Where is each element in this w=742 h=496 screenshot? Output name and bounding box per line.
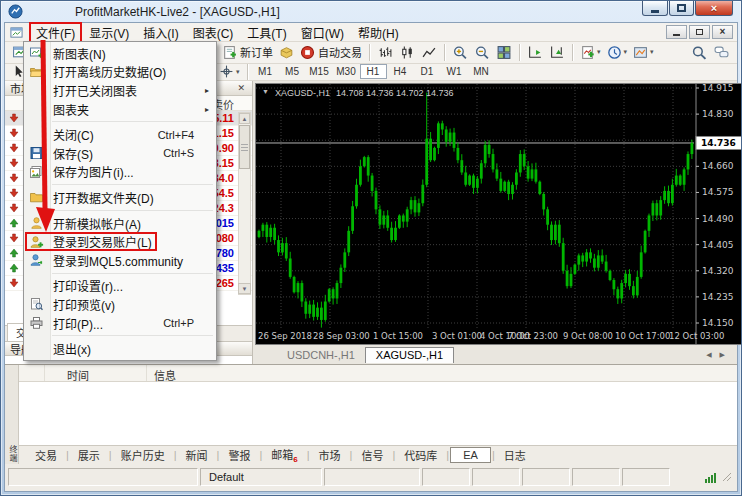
- tab-scroll-right-icon[interactable]: ▶: [720, 351, 725, 359]
- tick-down-icon: [9, 188, 19, 198]
- mdi-restore-button[interactable]: [689, 25, 710, 39]
- menu-separator: [52, 273, 213, 274]
- file-menu-item[interactable]: 打开已关闭图表▸: [24, 81, 216, 100]
- file-menu-item[interactable]: 新图表(N): [24, 44, 216, 63]
- file-menu-item[interactable]: 关闭(C)Ctrl+F4: [24, 125, 216, 144]
- zoom-out-button[interactable]: [471, 42, 493, 62]
- file-menu-item[interactable]: 登录到交易账户(L): [24, 232, 216, 251]
- toolbar-separator: [572, 44, 573, 61]
- new-order-button[interactable]: 新订单: [219, 42, 276, 62]
- tick-down-icon: [9, 203, 19, 213]
- file-menu-item[interactable]: 打印预览(v): [24, 295, 216, 314]
- terminal-side-label[interactable]: 终端: [7, 445, 18, 463]
- timeframe-h1[interactable]: H1: [360, 64, 387, 79]
- file-menu-item[interactable]: 图表夹▸: [24, 100, 216, 119]
- periods-button[interactable]: ▾: [604, 42, 631, 62]
- chart-tab-xagusd-h1[interactable]: XAGUSD-,H1: [365, 347, 454, 363]
- indicators-button[interactable]: ▾: [577, 42, 604, 62]
- file-menu-item[interactable]: 打印(P)...Ctrl+P: [24, 314, 216, 333]
- scroll-down-icon[interactable]: ▼: [238, 283, 251, 294]
- templates-button[interactable]: ▾: [630, 42, 657, 62]
- terminal-tab[interactable]: EA: [450, 447, 491, 463]
- timeframe-m5[interactable]: M5: [279, 64, 306, 79]
- status-cell: [472, 468, 520, 486]
- terminal-tab[interactable]: 邮箱6: [263, 445, 305, 465]
- terminal-tab[interactable]: 日志: [496, 446, 534, 464]
- tick-down-icon: [9, 143, 19, 153]
- svg-text:1 Oct 15:00: 1 Oct 15:00: [373, 331, 423, 341]
- chart-ohlc-header: ▼ XAGUSD-,H1 14.708 14.736 14.702 14.736: [262, 88, 454, 98]
- file-menu-item-label: 图表夹: [53, 101, 89, 118]
- mdi-close-button[interactable]: ×: [712, 25, 733, 39]
- svg-text:3 Oct 01:00: 3 Oct 01:00: [432, 331, 482, 341]
- tick-down-icon: [9, 233, 19, 243]
- chart-menu-icon[interactable]: ▼: [262, 88, 269, 98]
- timeframe-m15[interactable]: M15: [306, 64, 333, 79]
- timeframe-mn[interactable]: MN: [468, 64, 495, 79]
- menu-insert[interactable]: 插入(I): [137, 23, 184, 42]
- market-watch-scrollbar[interactable]: ▲ ▼: [238, 112, 251, 295]
- menu-view[interactable]: 显示(V): [83, 23, 135, 42]
- menu-shortcut: Ctrl+F4: [158, 129, 216, 141]
- timeframe-d1[interactable]: D1: [414, 64, 441, 79]
- chart-frame: ▼ XAGUSD-,H1 14.708 14.736 14.702 14.736…: [255, 83, 742, 345]
- file-menu-item[interactable]: 保存(S)Ctrl+S: [24, 144, 216, 163]
- mdi-minimize-button[interactable]: [666, 25, 687, 39]
- terminal-tab[interactable]: 代码库: [396, 446, 445, 464]
- chat-button[interactable]: [710, 42, 733, 62]
- mql5-market-button[interactable]: [276, 42, 297, 62]
- terminal-tab[interactable]: 账户历史: [113, 446, 173, 464]
- file-menu-item[interactable]: 退出(x): [24, 339, 216, 358]
- bar-chart-button[interactable]: [374, 42, 396, 62]
- auto-scroll-button[interactable]: [524, 42, 546, 62]
- file-menu-item[interactable]: 打开数据文件夹(D): [24, 188, 216, 207]
- chart-tab-usdcnh-h1[interactable]: USDCNH-,H1: [277, 348, 365, 363]
- maximize-button[interactable]: [669, 1, 694, 16]
- file-menu-item[interactable]: 打印设置(r)...: [24, 277, 216, 296]
- timeframe-m1[interactable]: M1: [252, 64, 279, 79]
- file-menu-item[interactable]: 开新模拟帐户(A): [24, 214, 216, 233]
- status-cell: [522, 468, 570, 486]
- menu-separator: [52, 184, 213, 185]
- image-icon: [29, 165, 45, 179]
- candlestick-chart-button[interactable]: [396, 42, 418, 62]
- timeframe-m30[interactable]: M30: [333, 64, 360, 79]
- candlestick-chart[interactable]: 14.91514.83014.74514.66014.57514.49014.4…: [256, 84, 742, 344]
- status-cell: [422, 468, 470, 486]
- line-studies-button[interactable]: ▾: [216, 64, 243, 81]
- search-button[interactable]: [688, 42, 710, 62]
- close-button[interactable]: ×: [695, 1, 733, 16]
- scroll-up-icon[interactable]: ▲: [239, 113, 250, 124]
- menu-help[interactable]: 帮助(H): [352, 23, 405, 42]
- line-chart-button[interactable]: [418, 42, 440, 62]
- tab-scroll-left-icon[interactable]: ◀: [706, 351, 711, 359]
- save-icon: [29, 146, 45, 160]
- zoom-in-button[interactable]: [449, 42, 471, 62]
- file-menu-item[interactable]: 保存为图片(i)...: [24, 163, 216, 182]
- menu-file[interactable]: 文件(F): [30, 23, 81, 42]
- terminal-tab[interactable]: 交易: [27, 446, 65, 464]
- minimize-button[interactable]: [642, 1, 668, 16]
- autotrading-button[interactable]: 自动交易: [297, 42, 365, 62]
- resize-grip[interactable]: [722, 472, 732, 482]
- file-menu-item[interactable]: 打开离线历史数据(O): [24, 63, 216, 82]
- scroll-thumb[interactable]: [239, 125, 250, 169]
- user-blue-icon: [29, 253, 45, 267]
- tile-windows-button[interactable]: [493, 42, 515, 62]
- terminal-tab[interactable]: 展示: [70, 446, 108, 464]
- menu-tools[interactable]: 工具(T): [241, 23, 292, 42]
- menu-separator: [52, 335, 213, 336]
- terminal-tab[interactable]: 新闻: [178, 446, 216, 464]
- chart-shift-button[interactable]: [546, 42, 568, 62]
- terminal-tab[interactable]: 市场: [311, 446, 349, 464]
- timeframe-w1[interactable]: W1: [441, 64, 468, 79]
- terminal-tab[interactable]: 信号: [353, 446, 391, 464]
- timeframe-h4[interactable]: H4: [387, 64, 414, 79]
- file-menu-item[interactable]: 登录到MQL5.community: [24, 251, 216, 270]
- market-watch-close-icon[interactable]: ✕: [235, 83, 247, 93]
- menu-charts[interactable]: 图表(C): [187, 23, 240, 42]
- terminal-tab[interactable]: 警报: [220, 446, 258, 464]
- terminal-side-strip: 终端: [5, 365, 19, 464]
- menu-window[interactable]: 窗口(W): [295, 23, 350, 42]
- blank-icon: [29, 342, 45, 356]
